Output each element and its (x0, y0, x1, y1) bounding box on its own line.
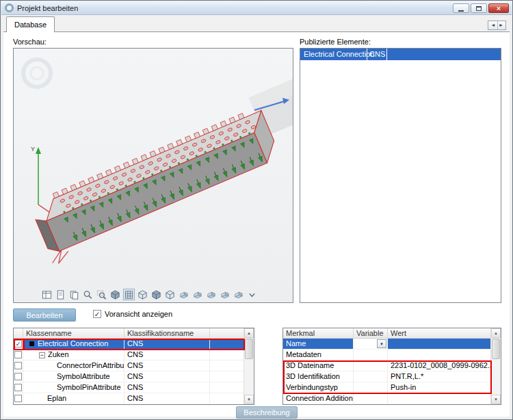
tab-scroll-right-icon[interactable]: ► (497, 21, 504, 29)
wert-cell[interactable]: PNT.R,L.* (388, 371, 490, 382)
published-label: Publizierte Elemente: (300, 38, 371, 46)
property-row[interactable]: Connection Additional Length (283, 393, 490, 404)
class-row[interactable]: SymbolPinAttributeCNS (14, 382, 244, 393)
terminal-block-model (27, 106, 285, 265)
variable-cell[interactable] (354, 382, 388, 393)
variable-cell[interactable] (354, 393, 388, 404)
property-row[interactable]: Metadaten (283, 350, 490, 360)
class-row[interactable]: ZukenCNS (14, 350, 244, 360)
scroll-up-icon[interactable]: ▲ (244, 328, 254, 338)
minimize-button[interactable] (453, 3, 469, 13)
property-row[interactable]: 3D IdentifikationPNT.R,L.* (283, 371, 490, 382)
tab-scroller: ◄ ► (488, 21, 506, 30)
scroll-down-icon[interactable]: ▼ (491, 395, 501, 404)
view-right-icon[interactable] (219, 289, 231, 300)
published-list[interactable]: Electrical ConnectionCNS (300, 48, 501, 303)
column-header-merkmal[interactable]: Merkmal (283, 328, 354, 338)
tree-node-icon (29, 341, 34, 346)
tab-scroll-left-icon[interactable]: ◄ (490, 21, 497, 29)
empty-cell (210, 371, 244, 382)
view-left-icon[interactable] (205, 289, 217, 300)
preview-3d-viewport[interactable]: Y (13, 48, 293, 303)
checkbox-label: Voransicht anzeigen (105, 310, 172, 318)
scroll-down-icon[interactable]: ▼ (244, 395, 254, 404)
merkmal-cell[interactable]: Verbindungstyp (283, 382, 354, 393)
pages-icon[interactable] (41, 289, 53, 300)
preview-label: Vorschau: (13, 38, 47, 46)
merkmal-cell[interactable]: 3D Identifikation (283, 371, 354, 382)
column-header-klassifikationsname[interactable]: Klassifikationsname (124, 328, 210, 338)
description-button[interactable]: Beschreibung (236, 406, 298, 419)
class-table-scrollbar[interactable]: ▲ ▼ (244, 328, 254, 404)
render-icon[interactable] (109, 289, 121, 300)
axis-y-label: Y (31, 146, 35, 153)
wert-cell[interactable] (388, 350, 490, 360)
tab-database[interactable]: Database (6, 16, 55, 32)
scroll-thumb[interactable] (245, 339, 253, 359)
dialog-content: Vorschau: Publizierte Elemente: Y (3, 31, 510, 417)
merkmal-cell[interactable]: Name (283, 339, 354, 349)
variable-cell[interactable] (354, 371, 388, 382)
row-checkbox[interactable]: ✓ (14, 340, 22, 347)
view-front-icon[interactable] (192, 289, 203, 300)
scroll-up-icon[interactable]: ▲ (491, 328, 501, 338)
view-top-icon[interactable] (178, 289, 189, 300)
zoom-window-icon[interactable] (96, 289, 107, 300)
variable-cell[interactable] (354, 350, 388, 360)
variable-cell[interactable]: ▼ (354, 339, 388, 349)
merkmal-cell[interactable]: Metadaten (283, 350, 354, 360)
row-checkbox[interactable] (14, 351, 22, 358)
merkmal-cell[interactable]: 3D Dateiname (283, 360, 354, 371)
empty-cell (210, 393, 244, 404)
variable-cell[interactable] (354, 360, 388, 371)
column-header-empty[interactable] (210, 328, 244, 338)
tree-collapse-icon[interactable] (39, 352, 45, 358)
property-row[interactable]: 3D Dateiname2231-0102_0008_0999-0962.3db (283, 360, 490, 371)
class-row[interactable]: ConnectorPinAttributeCNS (14, 360, 244, 371)
row-checkbox[interactable] (14, 384, 22, 391)
column-header-klassenname[interactable]: Klassenname (23, 328, 124, 338)
wert-cell[interactable]: Push-in (388, 382, 490, 393)
variable-dropdown[interactable]: ▼ (377, 339, 386, 348)
more-icon[interactable] (246, 289, 258, 300)
copy-icon[interactable] (68, 289, 80, 300)
published-item[interactable]: Electrical ConnectionCNS (300, 49, 501, 60)
property-row[interactable]: Name▼ (283, 339, 490, 350)
maximize-button[interactable] (471, 3, 487, 13)
document-icon[interactable] (55, 289, 66, 300)
class-name: Electrical Connection (38, 339, 108, 347)
close-icon: × (497, 4, 501, 12)
property-table-header: Merkmal Variable Wert (283, 328, 490, 339)
cube-wire-icon[interactable] (164, 289, 176, 300)
row-checkbox[interactable] (14, 373, 22, 380)
merkmal-cell[interactable]: Connection Additional Length (283, 393, 354, 404)
property-row[interactable]: VerbindungstypPush-in (283, 382, 490, 393)
edit-button[interactable]: Bearbeiten (13, 309, 76, 321)
class-row[interactable]: ✓Electrical ConnectionCNS (14, 339, 244, 350)
class-name: Eplan (47, 394, 66, 402)
titlebar[interactable]: Projekt bearbeiten × (1, 1, 512, 15)
view-iso-icon[interactable] (233, 289, 244, 300)
zoom-icon[interactable] (82, 289, 94, 300)
class-row[interactable]: EplanCNS (14, 393, 244, 404)
preview-toolbar (41, 289, 258, 300)
column-header-wert[interactable]: Wert (388, 328, 490, 338)
close-button[interactable]: × (488, 3, 509, 13)
class-row[interactable]: SymbolAttributeCNS (14, 371, 244, 382)
column-header-checkbox[interactable] (14, 328, 23, 338)
column-header-variable[interactable]: Variable (354, 328, 388, 338)
row-checkbox[interactable] (14, 362, 22, 369)
row-checkbox[interactable] (14, 395, 22, 402)
grid-icon[interactable] (123, 289, 135, 300)
tab-label: Database (14, 21, 47, 29)
preview-visibility-checkbox[interactable]: ✓ Voransicht anzeigen (93, 310, 172, 318)
scroll-thumb[interactable] (492, 339, 500, 359)
cube-shaded-icon[interactable] (150, 289, 162, 300)
cube-icon[interactable] (137, 289, 148, 300)
wert-cell[interactable] (388, 339, 490, 349)
class-table: Klassenname Klassifikationsname ✓Electri… (13, 328, 254, 405)
property-table-scrollbar[interactable]: ▲ ▼ (490, 328, 501, 404)
wert-cell[interactable] (388, 393, 490, 404)
published-item-name: Electrical Connection (304, 50, 374, 58)
wert-cell[interactable]: 2231-0102_0008_0999-0962.3db (388, 360, 490, 371)
